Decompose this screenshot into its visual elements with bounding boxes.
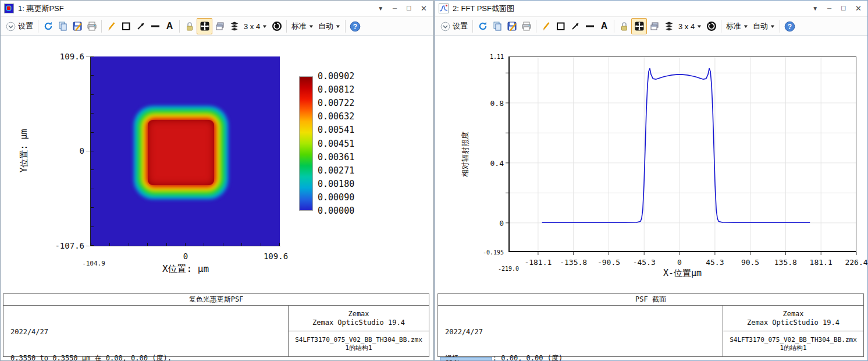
rectangle-tool-button[interactable] — [553, 19, 568, 34]
x-axis-line — [90, 246, 280, 246]
save-button[interactable] — [70, 19, 84, 34]
colorbar-tick-label: 0.00090 — [318, 192, 354, 203]
copy-icon — [492, 21, 503, 31]
chevron-down-icon: ▼ — [770, 24, 775, 29]
refresh-button[interactable] — [41, 19, 55, 34]
toolbar-separator — [286, 20, 287, 33]
save-button[interactable] — [504, 19, 519, 34]
settings-label: 设置 — [453, 21, 468, 31]
chevron-down-icon: ▼ — [335, 24, 341, 29]
chevron-down-icon: ▼ — [262, 24, 268, 29]
pencil-tool-button[interactable] — [104, 19, 119, 34]
reset-view-icon — [706, 21, 717, 31]
x-axis-tick-label: 0 — [677, 258, 682, 267]
brand-version: Zemax OpticStudio 19.4 — [312, 318, 405, 327]
text-tool-button[interactable]: A — [162, 19, 177, 34]
colorbar-tick-label: 0.00000 — [318, 206, 354, 216]
stack-button[interactable] — [661, 19, 676, 34]
pencil-tool-button[interactable] — [539, 19, 553, 34]
x-axis-tick-label: -181.1 — [524, 258, 552, 267]
reset-view-button[interactable] — [269, 19, 284, 34]
cascade-windows-icon — [215, 21, 225, 31]
brand-name: Zemax — [348, 310, 369, 318]
close-button[interactable]: ✕ — [855, 6, 862, 12]
lock-button[interactable] — [182, 19, 197, 34]
standard-label: 标准 — [291, 21, 307, 31]
auto-dropdown[interactable]: 自动▼ — [316, 19, 343, 34]
file-cell: S4LFT3170_075_V02_BB_TH304_BB.zmx 1的结构1 — [289, 331, 429, 356]
arrow-tool-button[interactable] — [568, 19, 582, 34]
background-window-fragment[interactable] — [440, 357, 492, 360]
reset-view-button[interactable] — [704, 19, 718, 34]
y-axis-label: Y位置: μm — [19, 129, 30, 172]
y-axis-tick-labels: 1.11 -0.195 0.80.40 — [472, 56, 504, 252]
x-axis-tick-label: -45.3 — [633, 258, 656, 267]
pencil-icon — [106, 21, 117, 31]
cascade-windows-button[interactable] — [212, 19, 227, 34]
copy-button[interactable] — [55, 19, 70, 34]
brand-version: Zemax OpticStudio 19.4 — [747, 318, 839, 327]
x-axis-tick-label: -135.8 — [560, 258, 587, 267]
window-menu-button[interactable]: ▼ — [378, 6, 383, 12]
svg-text:?: ? — [788, 22, 792, 30]
text-tool-button[interactable]: A — [597, 19, 611, 34]
close-button[interactable]: ✕ — [421, 6, 427, 12]
grid-size-label: 3 x 4 — [678, 22, 695, 31]
stack-icon — [664, 21, 674, 31]
help-button[interactable]: ? — [782, 19, 797, 34]
grid-size-dropdown[interactable]: 3 x 4▼ — [241, 19, 269, 34]
analysis-toolbar: 设置 A 3 x 4▼ 标准▼ 自动▼ ? — [1, 17, 433, 36]
title-bar[interactable]: 2: FFT PSF截面图 ▼ ─ ☐ ✕ — [435, 1, 867, 17]
auto-label: 自动 — [753, 21, 768, 31]
settings-chevron-icon — [440, 22, 450, 31]
print-button[interactable] — [519, 19, 533, 34]
minimize-button[interactable]: ─ — [827, 6, 831, 12]
psf-core-square — [148, 120, 214, 185]
desktop: { "window_controls": { "menu": "▼", "min… — [0, 0, 868, 361]
grid-size-dropdown[interactable]: 3 x 4▼ — [676, 19, 704, 34]
split-view-icon — [200, 21, 210, 31]
help-icon: ? — [784, 21, 795, 32]
cascade-windows-button[interactable] — [647, 19, 661, 34]
line-tool-button[interactable] — [148, 19, 162, 34]
psf-cross-section-chart — [508, 56, 856, 252]
rectangle-tool-button[interactable] — [119, 19, 133, 34]
standard-dropdown[interactable]: 标准▼ — [289, 19, 316, 34]
toolbar-separator — [780, 20, 780, 33]
analysis-title: 复色光惠更斯PSF — [3, 294, 429, 306]
help-button[interactable]: ? — [348, 19, 362, 34]
auto-dropdown[interactable]: 自动▼ — [750, 19, 777, 34]
results-footer: 复色光惠更斯PSF 2022/4/27 0.3550 to 0.3550 μm … — [3, 293, 429, 357]
x-axis-tick-label: 109.6 — [264, 252, 288, 261]
lock-button[interactable] — [617, 19, 631, 34]
stack-button[interactable] — [227, 19, 241, 34]
maximize-button[interactable]: ☐ — [406, 6, 411, 12]
print-button[interactable] — [84, 19, 99, 34]
toolbar-separator — [101, 20, 102, 33]
line-tool-button[interactable] — [582, 19, 597, 34]
minimize-button[interactable]: ─ — [393, 6, 397, 12]
save-icon — [72, 21, 83, 31]
y-axis-label: 相对辐射照度 — [460, 132, 471, 177]
split-view-button[interactable] — [197, 18, 212, 34]
cascade-windows-icon — [649, 21, 660, 31]
copy-button[interactable] — [490, 19, 504, 34]
x-axis-tick-label: 226.4 — [845, 258, 867, 267]
settings-button[interactable]: 设置 — [438, 19, 470, 34]
text-icon: A — [601, 21, 608, 31]
y-axis-minor-ticks — [91, 56, 94, 246]
x-axis-label: X-位置μm — [663, 268, 702, 279]
settings-button[interactable]: 设置 — [3, 19, 35, 34]
y-axis-tick-label: 109.6 — [54, 52, 84, 61]
split-view-button[interactable] — [631, 18, 647, 34]
title-bar[interactable]: 1: 惠更斯PSF ▼ ─ ☐ ✕ — [1, 1, 433, 17]
refresh-button[interactable] — [475, 19, 490, 34]
window-menu-button[interactable]: ▼ — [812, 6, 818, 12]
window-title: 1: 惠更斯PSF — [18, 3, 64, 14]
brand-name: Zemax — [782, 310, 803, 318]
analysis-toolbar: 设置 A 3 x 4▼ 标准▼ 自动▼ ? — [435, 17, 867, 36]
chevron-down-icon: ▼ — [308, 24, 314, 29]
standard-dropdown[interactable]: 标准▼ — [724, 19, 750, 34]
maximize-button[interactable]: ☐ — [841, 6, 846, 12]
arrow-tool-button[interactable] — [133, 19, 148, 34]
